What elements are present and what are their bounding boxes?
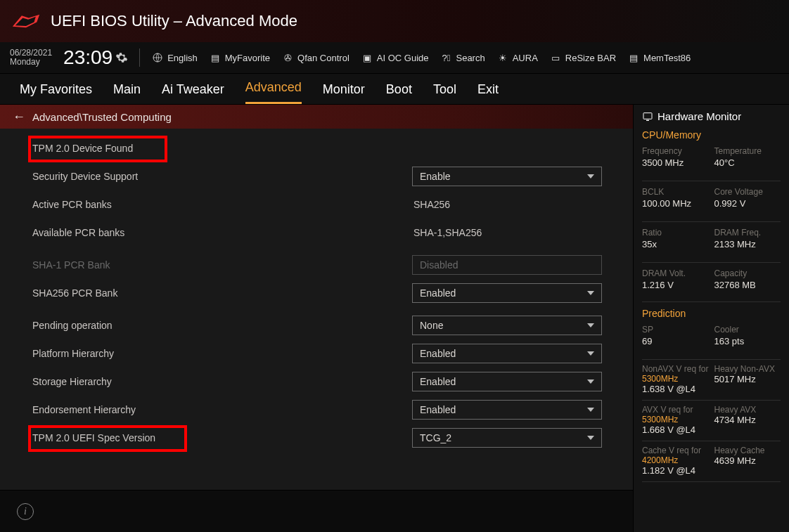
- cooler-label: Cooler: [714, 325, 781, 335]
- chip-icon: ▣: [361, 53, 373, 63]
- hw-value: 0.992 V: [714, 198, 781, 209]
- hw-label: Temperature: [714, 146, 781, 156]
- setting-readonly: SHA-1,SHA256: [412, 227, 602, 238]
- sp-value: 69: [642, 336, 709, 346]
- pred-label: NonAVX V req for 5300MHz: [642, 364, 709, 384]
- hwmon-title: Hardware Monitor: [642, 110, 781, 122]
- pred-right-label: Heavy AVX: [714, 405, 781, 415]
- setting-label: TPM 2.0 UEFI Spec Version: [32, 432, 412, 443]
- tab-my-favorites[interactable]: My Favorites: [20, 82, 92, 104]
- hw-value: 2133 MHz: [714, 239, 781, 249]
- hw-label: Ratio: [642, 228, 709, 238]
- pred-right-label: Heavy Cache: [714, 446, 781, 455]
- tab-boot[interactable]: Boot: [386, 82, 412, 104]
- setting-select[interactable]: None: [412, 316, 602, 335]
- rog-logo: [10, 11, 42, 32]
- hw-value: 3500 MHz: [642, 157, 709, 168]
- hw-value: 40°C: [714, 157, 781, 168]
- setting-label: Storage Hierarchy: [32, 376, 412, 387]
- tab-advanced[interactable]: Advanced: [245, 80, 302, 104]
- setting-label: Available PCR banks: [32, 227, 412, 238]
- myfavorite-button[interactable]: ▤ MyFavorite: [209, 53, 270, 63]
- setting-label: Platform Hierarchy: [32, 348, 412, 359]
- hw-value: 100.00 MHz: [642, 198, 709, 209]
- hw-value: 35x: [642, 239, 709, 249]
- hw-label: DRAM Freq.: [714, 228, 781, 238]
- setting-readonly: SHA256: [412, 199, 602, 210]
- setting-label: Security Device Support: [32, 171, 412, 182]
- cooler-value: 163 pts: [714, 336, 781, 346]
- aura-icon: ☀: [496, 53, 509, 63]
- chevron-down-icon: [587, 408, 594, 412]
- hw-label: BCLK: [642, 187, 709, 197]
- language-selector[interactable]: English: [151, 53, 198, 63]
- date-block: 06/28/2021 Monday: [10, 48, 52, 67]
- chevron-down-icon: [587, 436, 594, 440]
- search-button[interactable]: ?⃞ Search: [440, 53, 485, 63]
- bookmark-icon: ▤: [209, 53, 222, 63]
- hw-label: DRAM Volt.: [642, 268, 709, 278]
- cpu-memory-section: CPU/Memory: [642, 129, 781, 141]
- hw-value: 1.216 V: [642, 280, 709, 290]
- chevron-down-icon: [587, 174, 594, 179]
- pred-right-label: Heavy Non-AVX: [714, 364, 781, 374]
- resize-icon: ▭: [549, 53, 562, 63]
- aiocguide-button[interactable]: ▣ AI OC Guide: [361, 53, 429, 63]
- prediction-section: Prediction: [642, 308, 781, 319]
- chevron-down-icon: [587, 351, 594, 356]
- time: 23:09: [63, 46, 113, 69]
- setting-label: Endorsement Hierarchy: [32, 404, 412, 415]
- pred-label: AVX V req for 5300MHz: [642, 405, 709, 424]
- setting-select[interactable]: TCG_2: [412, 428, 602, 448]
- info-icon[interactable]: i: [17, 503, 34, 520]
- setting-select[interactable]: Enabled: [412, 372, 602, 391]
- setting-select[interactable]: Enabled: [412, 283, 602, 303]
- memtest-button[interactable]: ▤ MemTest86: [627, 53, 691, 63]
- hw-value: 32768 MB: [714, 280, 781, 290]
- search-icon: ?⃞: [440, 53, 452, 63]
- setting-select[interactable]: Enable: [412, 167, 602, 186]
- qfan-button[interactable]: ✇ Qfan Control: [281, 53, 349, 63]
- pred-value: 1.668 V @L4: [642, 424, 709, 435]
- gear-icon[interactable]: [115, 46, 128, 69]
- pred-right-value: 4734 MHz: [714, 415, 781, 425]
- memtest-icon: ▤: [627, 53, 640, 63]
- setting-label: SHA-1 PCR Bank: [32, 259, 412, 271]
- chevron-down-icon: [587, 323, 594, 327]
- tab-monitor[interactable]: Monitor: [323, 82, 365, 104]
- svg-rect-2: [646, 119, 649, 120]
- hw-label: Capacity: [714, 268, 781, 278]
- aura-button[interactable]: ☀ AURA: [496, 53, 538, 63]
- tab-main[interactable]: Main: [113, 82, 141, 104]
- breadcrumb: Advanced\Trusted Computing: [32, 111, 172, 123]
- back-arrow-icon[interactable]: ←: [13, 110, 25, 124]
- clock: 23:09: [63, 46, 128, 69]
- tab-tool[interactable]: Tool: [433, 82, 456, 104]
- setting-label: Active PCR banks: [32, 199, 412, 210]
- setting-select[interactable]: Enabled: [412, 400, 602, 420]
- sp-label: SP: [642, 325, 709, 335]
- chevron-down-icon: [587, 291, 594, 295]
- globe-icon: [151, 53, 164, 63]
- pred-value: 1.638 V @L4: [642, 384, 709, 394]
- fan-icon: ✇: [281, 53, 294, 63]
- pred-label: Cache V req for 4200MHz: [642, 446, 709, 465]
- hw-label: Core Voltage: [714, 187, 781, 197]
- tab-ai-tweaker[interactable]: Ai Tweaker: [162, 82, 224, 104]
- page-title: UEFI BIOS Utility – Advanced Mode: [51, 12, 297, 30]
- setting-disabled: Disabled: [412, 255, 602, 275]
- chevron-down-icon: [587, 379, 594, 384]
- tpm-found-label: TPM 2.0 Device Found: [32, 143, 412, 154]
- pred-right-value: 5017 MHz: [714, 374, 781, 384]
- setting-label: Pending operation: [32, 320, 412, 331]
- resizebar-button[interactable]: ▭ ReSize BAR: [549, 53, 616, 63]
- pred-right-value: 4639 MHz: [714, 455, 781, 466]
- hw-label: Frequency: [642, 146, 709, 156]
- pred-value: 1.182 V @L4: [642, 465, 709, 476]
- svg-rect-1: [643, 112, 652, 119]
- tab-exit[interactable]: Exit: [477, 82, 499, 104]
- day: Monday: [10, 58, 52, 67]
- setting-label: SHA256 PCR Bank: [32, 287, 412, 299]
- setting-select[interactable]: Enabled: [412, 344, 602, 363]
